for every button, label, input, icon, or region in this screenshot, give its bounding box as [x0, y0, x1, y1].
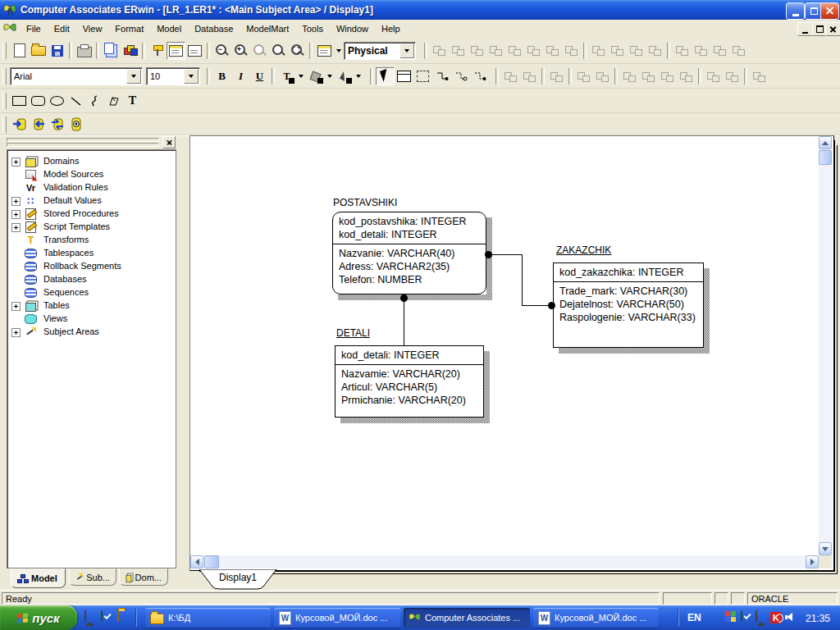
- scroll-left-button[interactable]: [190, 555, 203, 568]
- horizontal-scrollbar[interactable]: [190, 555, 819, 568]
- display-format-dropdown[interactable]: [334, 43, 344, 59]
- report-browser-button[interactable]: [66, 116, 85, 134]
- entity-zakazchik[interactable]: kod_zakazchika: INTEGER Trade_mark: VARC…: [553, 262, 704, 348]
- non-identifying-relationship-button[interactable]: [470, 67, 489, 85]
- toolbar-grip[interactable]: [2, 43, 7, 59]
- tab-model[interactable]: Model: [11, 568, 66, 588]
- sidebar-item-tablespaces[interactable]: Tablespaces: [7, 247, 171, 260]
- line-tool-button[interactable]: [66, 92, 85, 110]
- toolbar-grip[interactable]: [2, 93, 7, 109]
- bold-button[interactable]: B: [212, 67, 231, 85]
- forward-engineer-button[interactable]: [10, 116, 29, 134]
- attribute[interactable]: Telefon: NUMBER: [333, 273, 486, 286]
- panel-grip[interactable]: [7, 143, 159, 147]
- sidebar-item-stored-procedures[interactable]: Stored Procedures: [7, 208, 171, 221]
- sidebar-item-rollback-segments[interactable]: Rollback Segments: [7, 260, 171, 273]
- ellipse-tool-button[interactable]: [48, 92, 66, 110]
- attribute[interactable]: Raspologenie: VARCHAR(33): [554, 311, 703, 324]
- attribute[interactable]: Nazvamie: VARCHAR(20): [336, 368, 483, 381]
- tab-domains[interactable]: Dom...: [119, 568, 168, 586]
- toolbar-grip[interactable]: [2, 116, 7, 133]
- sidebar-item-tables[interactable]: Tables: [7, 299, 171, 313]
- sidebar-item-model-sources[interactable]: Model Sources: [7, 168, 171, 181]
- taskbar-button-word-1[interactable]: W Курсовой_МОЙ.doc ...: [274, 608, 400, 628]
- subject-area-tool-button[interactable]: [413, 67, 432, 85]
- entity-title-zakazchik[interactable]: ZAKAZCHIK: [556, 244, 611, 256]
- entity-detali[interactable]: kod_detali: INTEGER Nazvamie: VARCHAR(20…: [335, 345, 484, 418]
- key-attribute[interactable]: kod_detali: INTEGER: [333, 228, 486, 241]
- expand-icon[interactable]: [11, 302, 21, 311]
- expand-icon[interactable]: [11, 210, 21, 219]
- vertical-scrollbar[interactable]: [819, 136, 832, 555]
- many-to-many-relationship-button[interactable]: [451, 67, 470, 85]
- menu-file[interactable]: File: [20, 21, 48, 36]
- print-button[interactable]: [75, 42, 94, 60]
- vertical-scroll-thumb[interactable]: [819, 150, 832, 165]
- font-name-combobox[interactable]: Arial: [10, 67, 143, 85]
- expand-icon[interactable]: [11, 223, 21, 232]
- curve-tool-button[interactable]: [85, 92, 104, 110]
- entity-title-postavshiki[interactable]: POSTAVSHIKI: [333, 197, 397, 208]
- menu-tools[interactable]: Tools: [295, 21, 330, 36]
- tray-update-icon[interactable]: [741, 611, 753, 623]
- menu-view[interactable]: View: [76, 21, 109, 36]
- relationship-line[interactable]: [522, 254, 523, 306]
- font-size-combobox[interactable]: 10: [146, 67, 200, 85]
- tray-display-icon[interactable]: [725, 611, 737, 623]
- scroll-up-button[interactable]: [819, 136, 832, 149]
- panel-close-button[interactable]: [162, 136, 176, 148]
- fill-color-button[interactable]: [306, 67, 325, 85]
- sidebar-item-default-values[interactable]: ∷ Default Values: [7, 194, 171, 208]
- stored-displays-button[interactable]: [102, 42, 121, 60]
- relationship-endpoint[interactable]: [548, 302, 555, 309]
- sidebar-item-transforms[interactable]: T Transforms: [7, 234, 171, 247]
- zoom-fit-button[interactable]: [288, 42, 307, 60]
- text-color-dropdown[interactable]: [296, 68, 306, 84]
- attribute[interactable]: Dejatelnost: VARCHAR(50): [554, 298, 703, 311]
- zoom-area-button[interactable]: [269, 42, 288, 60]
- italic-button[interactable]: I: [231, 67, 250, 85]
- expand-icon[interactable]: [11, 328, 21, 337]
- menu-modelmart[interactable]: ModelMart: [240, 21, 295, 36]
- rounded-rectangle-tool-button[interactable]: [29, 92, 48, 110]
- quick-launch-folder-icon[interactable]: [117, 611, 130, 623]
- text-block-tool-button[interactable]: T: [123, 92, 142, 110]
- quick-launch-tool-icon[interactable]: [101, 611, 113, 623]
- entity-level-button[interactable]: [148, 42, 167, 60]
- tray-network-icon[interactable]: [756, 611, 768, 623]
- menu-format[interactable]: Format: [108, 21, 150, 36]
- diagram-canvas[interactable]: POSTAVSHIKI kod_postavshika: INTEGER kod…: [190, 136, 819, 555]
- display-tab[interactable]: Display1: [199, 569, 277, 591]
- toolbar-grip[interactable]: [2, 68, 7, 84]
- taskbar-button-erwin[interactable]: Computer Associates ...: [404, 608, 530, 628]
- tab-subject-area[interactable]: Sub...: [69, 568, 116, 586]
- zoom-out-button[interactable]: −: [212, 42, 231, 60]
- expand-icon[interactable]: [11, 158, 21, 167]
- mdi-close-button[interactable]: [825, 22, 840, 36]
- sidebar-item-script-templates[interactable]: Script Templates: [7, 221, 171, 234]
- rectangle-tool-button[interactable]: [10, 92, 29, 110]
- entity-postavshiki[interactable]: kod_postavshika: INTEGER kod_detali: INT…: [332, 212, 486, 294]
- expand-icon[interactable]: [11, 197, 21, 206]
- relationship-line[interactable]: [404, 298, 404, 345]
- color-palette-button[interactable]: [121, 42, 139, 60]
- start-button[interactable]: пуск: [0, 605, 77, 630]
- relationship-endpoint[interactable]: [400, 294, 408, 302]
- line-color-button[interactable]: [335, 67, 354, 85]
- sidebar-item-validation-rules[interactable]: Vr Validation Rules: [7, 181, 171, 194]
- menu-help[interactable]: Help: [375, 21, 407, 36]
- mdi-minimize-button[interactable]: [797, 22, 813, 36]
- sidebar-item-sequences[interactable]: Sequences: [7, 286, 171, 299]
- attribute[interactable]: Trade_mark: VARCHAR(30): [554, 285, 703, 298]
- taskbar-button-folder[interactable]: К:\БД: [145, 608, 271, 628]
- select-tool-button[interactable]: [376, 67, 395, 85]
- zoom-in-button[interactable]: +: [231, 42, 250, 60]
- combobox-dropdown-button[interactable]: [184, 69, 199, 84]
- key-attribute[interactable]: kod_zakazchika: INTEGER: [554, 266, 703, 279]
- taskbar-button-word-2[interactable]: W Курсовой_МОЙ.doc ...: [533, 608, 659, 628]
- combobox-dropdown-button[interactable]: [126, 69, 141, 84]
- underline-button[interactable]: U: [250, 67, 269, 85]
- attribute[interactable]: Prmichanie: VARCHAR(20): [336, 394, 483, 407]
- key-attribute[interactable]: kod_postavshika: INTEGER: [333, 215, 486, 228]
- sidebar-item-views[interactable]: Views: [7, 313, 171, 326]
